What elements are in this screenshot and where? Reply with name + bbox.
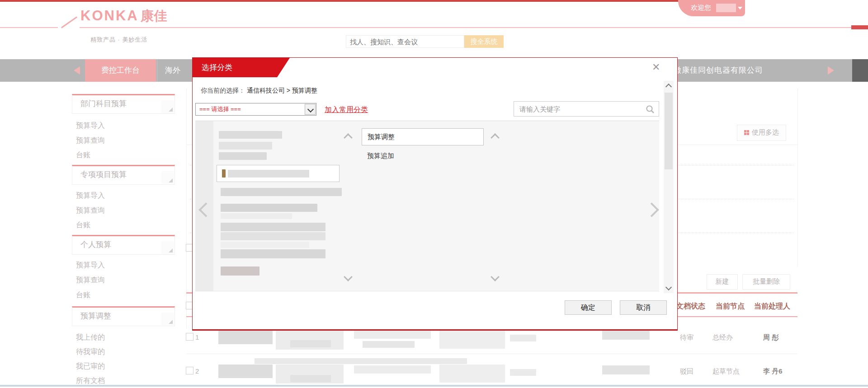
table-row[interactable]: 2 驳回 起草节点 李 丹6: [186, 355, 797, 385]
welcome-badge[interactable]: 欢迎您: [678, 0, 745, 16]
select-dropdown-icon: [305, 104, 316, 115]
row-separator: [186, 354, 797, 354]
header-tagline: 精致产品 · 美妙生活: [90, 36, 148, 44]
collapse-grip-icon[interactable]: [161, 241, 174, 254]
sidebar-item-budget-import-3[interactable]: 预算导入: [76, 261, 105, 270]
page-bottom-rule: [0, 385, 868, 387]
redacted-list-item[interactable]: [221, 223, 326, 231]
sidebar-section-personal-budget[interactable]: 个人预算: [72, 235, 175, 255]
batch-delete-button[interactable]: 批量删除: [742, 274, 790, 290]
nav-scroll-left-icon[interactable]: [74, 66, 80, 75]
nav-scroll-right-icon[interactable]: [828, 66, 834, 75]
header-rule-end-block: [851, 25, 868, 29]
redacted-text-block: [510, 369, 536, 376]
nav-right-dark-block: [852, 59, 868, 82]
multi-select-button[interactable]: 使用多选: [737, 125, 786, 141]
redacted-text-block: [510, 335, 536, 341]
scrollbar-thumb[interactable]: [665, 93, 673, 169]
column2-scroll-up-icon[interactable]: [491, 133, 500, 142]
redacted-text-block: [228, 170, 309, 178]
tab-expense-workbench[interactable]: 费控工作台: [85, 59, 156, 82]
sidebar-item-budget-query-1[interactable]: 预算查询: [76, 136, 105, 145]
row-status: 待审: [680, 333, 693, 342]
global-search-button[interactable]: 搜全系统: [464, 35, 504, 48]
new-button[interactable]: 新建: [707, 274, 738, 290]
global-search-input-wrap: [346, 35, 464, 48]
column1-scroll-up-icon[interactable]: [344, 133, 353, 142]
collapse-grip-icon[interactable]: [161, 313, 174, 325]
sidebar-item-all-documents[interactable]: 所有文档: [76, 376, 105, 386]
sidebar-item-reviewed-by-me[interactable]: 我已审的: [76, 362, 105, 371]
redacted-list-item[interactable]: [221, 249, 326, 258]
redacted-list-item[interactable]: [219, 142, 272, 150]
sidebar-item-ledger-3[interactable]: 台账: [76, 290, 90, 300]
sidebar-item-budget-query-2[interactable]: 预算查询: [76, 206, 105, 215]
keyword-search-input[interactable]: [514, 102, 659, 116]
sidebar-section-title: 专项项目预算: [80, 166, 127, 183]
scrollbar-up-icon[interactable]: [665, 84, 672, 90]
add-favorite-link[interactable]: 加入常用分类: [325, 105, 368, 115]
logo: KONKA 康佳: [80, 7, 167, 25]
redacted-text-block: [255, 358, 467, 364]
sidebar-item-budget-import-1[interactable]: 预算导入: [76, 121, 105, 131]
sidebar-item-budget-import-2[interactable]: 预算导入: [76, 191, 105, 201]
redacted-list-item[interactable]: [219, 131, 282, 139]
welcome-label: 欢迎您: [691, 4, 711, 12]
user-name-redacted: [716, 4, 736, 12]
redacted-text-block: [354, 331, 431, 339]
sidebar-item-ledger-1[interactable]: 台账: [76, 150, 90, 160]
row-node: 总经办: [712, 333, 733, 342]
column1-scroll-down-icon[interactable]: [344, 272, 353, 281]
modal-scrollbar[interactable]: [664, 81, 674, 293]
logo-slash: [61, 16, 77, 28]
redacted-text-block: [290, 375, 331, 382]
redacted-list-item[interactable]: [221, 232, 326, 240]
row-checkbox[interactable]: [186, 367, 193, 374]
global-search-input[interactable]: [346, 36, 464, 47]
row-checkbox[interactable]: [186, 333, 193, 341]
close-icon[interactable]: ✕: [652, 61, 660, 73]
search-icon[interactable]: [646, 105, 655, 114]
redacted-text-block: [354, 365, 431, 374]
sidebar-item-ledger-2[interactable]: 台账: [76, 220, 90, 230]
category-selected-box[interactable]: 预算调整: [362, 128, 484, 145]
sidebar-item-budget-query-3[interactable]: 预算查询: [76, 276, 105, 285]
row-handler: 李 丹6: [763, 367, 783, 376]
row-number: 2: [195, 367, 199, 375]
sidebar-item-pending-my-review[interactable]: 待我审的: [76, 347, 105, 357]
confirm-button[interactable]: 确定: [565, 300, 612, 315]
sidebar-section-budget-adjust[interactable]: 预算调整: [72, 306, 175, 326]
select-category-modal: 选择分类 ✕ 你当前的选择： 通信科技公司 > 预算调整 === 请选择 ===…: [192, 57, 678, 331]
user-menu-caret-icon[interactable]: [738, 7, 742, 9]
row-number: 1: [195, 333, 199, 341]
header-rule-left: [0, 27, 58, 28]
selected-org-box[interactable]: [217, 165, 340, 182]
company-select[interactable]: === 请选择 ===: [195, 103, 316, 116]
redacted-list-item[interactable]: [221, 188, 342, 196]
redacted-list-item[interactable]: [221, 204, 317, 212]
redacted-list-item[interactable]: [219, 152, 267, 160]
nav-company-label[interactable]: 徽康佳同创电器有限公司: [674, 59, 763, 82]
scrollbar-down-icon[interactable]: [665, 284, 672, 290]
category-item[interactable]: 预算追加: [367, 152, 394, 160]
tab-overseas[interactable]: 海外: [165, 59, 180, 82]
category-browser-panel: 预算调整 预算追加: [195, 121, 659, 291]
redacted-text-block: [602, 331, 650, 340]
content-right-border: [797, 89, 798, 266]
redacted-list-item[interactable]: [221, 213, 292, 219]
current-selection-label: 你当前的选择：: [201, 87, 245, 94]
sidebar-section-dept-budget[interactable]: 部门科目预算: [72, 94, 175, 114]
current-selection-row: 你当前的选择： 通信科技公司 > 预算调整: [201, 87, 317, 95]
sidebar-section-special-project-budget[interactable]: 专项项目预算: [72, 165, 175, 185]
redacted-list-item[interactable]: [221, 242, 309, 248]
logo-cn-text: 康佳: [141, 9, 167, 23]
table-header-status: 文档状态: [676, 302, 705, 311]
collapse-grip-icon[interactable]: [161, 171, 174, 184]
cancel-button[interactable]: 取消: [620, 300, 667, 315]
page-right-icon[interactable]: [644, 202, 659, 217]
redacted-list-item[interactable]: [221, 266, 259, 276]
collapse-grip-icon[interactable]: [161, 100, 174, 113]
column2-scroll-down-icon[interactable]: [491, 272, 500, 281]
keyword-search-wrap: [514, 101, 659, 117]
sidebar-item-my-uploaded[interactable]: 我上传的: [76, 333, 105, 342]
